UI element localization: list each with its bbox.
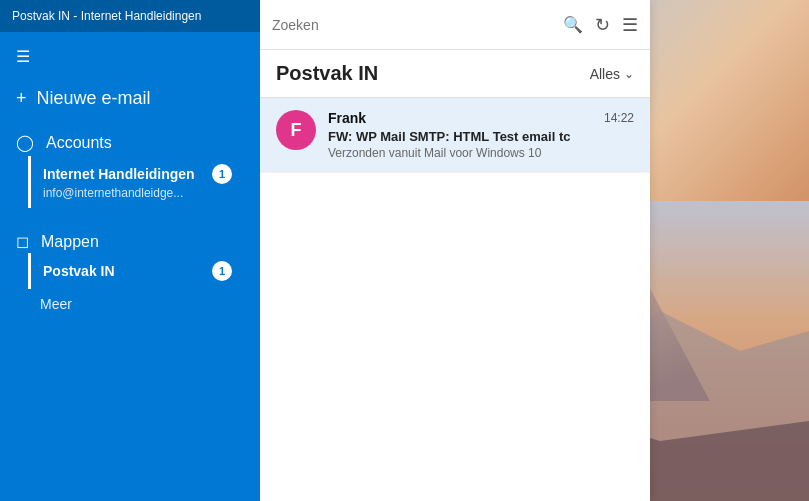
email-item[interactable]: F Frank 14:22 FW: WP Mail SMTP: HTML Tes… [260, 98, 650, 173]
folder-more-label: Meer [40, 296, 72, 312]
email-preview: Verzonden vanuit Mail voor Windows 10 [328, 146, 634, 160]
search-bar: 🔍 ↻ ☰ [260, 0, 650, 50]
chevron-down-icon: ⌄ [624, 67, 634, 81]
filter-icon[interactable]: ☰ [622, 14, 638, 36]
inbox-title: Postvak IN [276, 62, 378, 85]
folders-header[interactable]: ◻ Mappen [16, 232, 244, 251]
title-bar-text: Postvak IN - Internet Handleidingen [12, 9, 201, 23]
inbox-header: Postvak IN Alles ⌄ [260, 50, 650, 98]
search-icons: 🔍 ↻ ☰ [563, 14, 638, 36]
folders-section: ◻ Mappen Postvak IN 1 Meer [0, 220, 260, 323]
folder-name: Postvak IN [43, 263, 115, 279]
account-item[interactable]: Internet Handleidingen 1 info@internetha… [28, 156, 244, 208]
search-input[interactable] [272, 17, 555, 33]
accounts-title: Accounts [46, 134, 112, 152]
new-email-label: Nieuwe e-mail [37, 88, 151, 109]
email-time: 14:22 [604, 111, 634, 125]
folder-icon: ◻ [16, 232, 29, 251]
plus-icon: + [16, 88, 27, 109]
folder-badge: 1 [212, 261, 232, 281]
email-sender: Frank [328, 110, 366, 126]
sidebar: Postvak IN - Internet Handleidingen ☰ + … [0, 0, 260, 501]
avatar: F [276, 110, 316, 150]
account-name-text: Internet Handleidingen [43, 166, 195, 182]
hamburger-icon[interactable]: ☰ [16, 47, 30, 66]
filter-label: Alles [590, 66, 620, 82]
accounts-header[interactable]: ◯ Accounts [16, 133, 244, 152]
filter-button[interactable]: Alles ⌄ [590, 66, 634, 82]
search-icon[interactable]: 🔍 [563, 15, 583, 34]
account-email: info@internethandleidge... [43, 186, 232, 200]
folders-title: Mappen [41, 233, 99, 251]
folder-inbox[interactable]: Postvak IN 1 [28, 253, 244, 289]
email-subject: FW: WP Mail SMTP: HTML Test email tc [328, 129, 634, 144]
folder-more[interactable]: Meer [28, 289, 244, 319]
new-email-button[interactable]: + Nieuwe e-mail [0, 80, 260, 121]
sidebar-top: ☰ [0, 32, 260, 80]
account-name-row: Internet Handleidingen 1 [43, 164, 232, 184]
email-list: F Frank 14:22 FW: WP Mail SMTP: HTML Tes… [260, 98, 650, 501]
accounts-section: ◯ Accounts Internet Handleidingen 1 info… [0, 121, 260, 212]
title-bar: Postvak IN - Internet Handleidingen [0, 0, 260, 32]
main-panel: 🔍 ↻ ☰ Postvak IN Alles ⌄ F Frank 14:22 F… [260, 0, 650, 501]
account-badge: 1 [212, 164, 232, 184]
email-content: Frank 14:22 FW: WP Mail SMTP: HTML Test … [328, 110, 634, 160]
refresh-icon[interactable]: ↻ [595, 14, 610, 36]
person-icon: ◯ [16, 133, 34, 152]
email-top-row: Frank 14:22 [328, 110, 634, 126]
